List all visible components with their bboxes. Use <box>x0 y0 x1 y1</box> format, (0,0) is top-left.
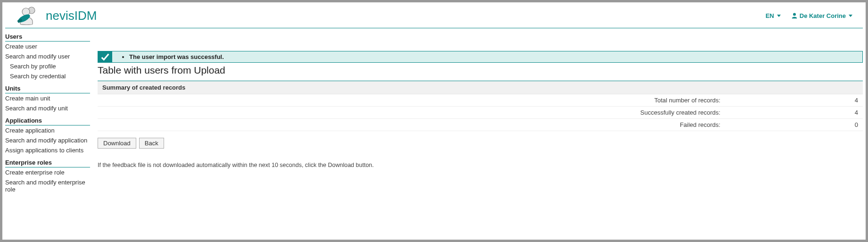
sidebar-item-create-user[interactable]: Create user <box>5 42 90 51</box>
sidebar-item-search-modify-unit[interactable]: Search and modify unit <box>5 103 90 113</box>
sidebar-section-title: Applications <box>5 116 90 125</box>
sidebar-item-create-main-unit[interactable]: Create main unit <box>5 93 90 103</box>
sidebar-section-units: Units Create main unit Search and modify… <box>5 84 90 113</box>
body: Users Create user Search and modify user… <box>2 28 866 197</box>
sidebar-item-create-application[interactable]: Create application <box>5 125 90 135</box>
summary-label: Successfully created records: <box>98 107 725 119</box>
sidebar-item-search-modify-application[interactable]: Search and modify application <box>5 135 90 145</box>
language-label: EN <box>766 12 774 19</box>
alert-message: The user import was successful. <box>129 53 854 60</box>
language-selector[interactable]: EN <box>766 12 781 19</box>
sidebar: Users Create user Search and modify user… <box>5 32 90 197</box>
summary-label: Total number of records: <box>98 94 725 107</box>
app-frame: nevisIDM EN De Kater Corine Users Cr <box>2 2 866 240</box>
summary-label: Failed records: <box>98 119 725 131</box>
sidebar-section-applications: Applications Create application Search a… <box>5 116 90 155</box>
table-row: Failed records: 0 <box>98 119 863 131</box>
sidebar-section-users: Users Create user Search and modify user… <box>5 32 90 81</box>
summary-heading: Summary of created records <box>98 81 863 94</box>
sidebar-item-search-modify-enterprise-role[interactable]: Search and modify enterprise role <box>5 177 90 194</box>
alert-body: The user import was successful. <box>112 51 862 62</box>
sidebar-section-enterprise-roles: Enterprise roles Create enterprise role … <box>5 158 90 194</box>
svg-point-1 <box>22 8 30 16</box>
button-row: Download Back <box>98 138 863 149</box>
main-content: The user import was successful. Table wi… <box>90 32 863 197</box>
summary-table: Total number of records: 4 Successfully … <box>98 94 863 131</box>
sidebar-item-search-by-profile[interactable]: Search by profile <box>5 61 90 71</box>
back-button[interactable]: Back <box>139 138 164 149</box>
success-alert: The user import was successful. <box>98 51 863 63</box>
hint-text: If the feedback file is not downloaded a… <box>98 162 863 168</box>
brand: nevisIDM <box>16 5 97 26</box>
check-icon <box>98 51 112 62</box>
page-title: Table with users from Upload <box>98 65 863 76</box>
svg-point-4 <box>793 13 796 16</box>
sidebar-section-title: Units <box>5 84 90 93</box>
header: nevisIDM EN De Kater Corine <box>2 2 866 27</box>
brand-title: nevisIDM <box>46 8 97 23</box>
summary-value: 4 <box>725 107 863 119</box>
sidebar-item-search-by-credential[interactable]: Search by credential <box>5 71 90 81</box>
sidebar-item-create-enterprise-role[interactable]: Create enterprise role <box>5 167 90 177</box>
summary-value: 0 <box>725 119 863 131</box>
sidebar-section-title: Users <box>5 32 90 42</box>
sidebar-section-title: Enterprise roles <box>5 158 90 167</box>
table-row: Successfully created records: 4 <box>98 107 863 119</box>
brand-logo-icon <box>16 5 40 26</box>
caret-down-icon <box>777 15 781 17</box>
sidebar-item-assign-applications[interactable]: Assign applications to clients <box>5 145 90 155</box>
caret-down-icon <box>849 15 852 17</box>
summary-value: 4 <box>725 94 863 107</box>
user-name: De Kater Corine <box>800 12 846 19</box>
header-right: EN De Kater Corine <box>766 12 852 19</box>
user-icon <box>791 12 798 19</box>
download-button[interactable]: Download <box>98 138 136 149</box>
table-row: Total number of records: 4 <box>98 94 863 107</box>
user-menu[interactable]: De Kater Corine <box>791 12 852 19</box>
sidebar-item-search-modify-user[interactable]: Search and modify user <box>5 51 90 61</box>
